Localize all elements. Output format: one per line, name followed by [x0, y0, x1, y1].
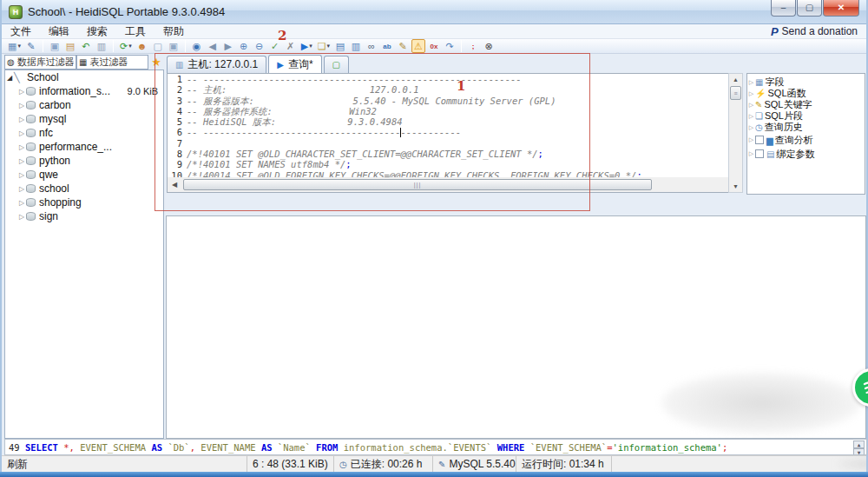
undo-icon[interactable]: ↶ [79, 39, 93, 53]
collapsed-arrow-icon[interactable]: ▷ [747, 90, 755, 97]
insert-record-icon[interactable]: ⊕ [237, 39, 251, 53]
dropdown-arrow-icon[interactable]: ▾ [309, 43, 312, 50]
helper-item[interactable]: ▷▤绑定参数 [747, 147, 865, 161]
tree-root-session[interactable]: ◢╲School [5, 70, 163, 84]
hex-toggle-icon[interactable]: 0x [427, 39, 441, 53]
menu-tools[interactable]: 工具 [116, 24, 155, 39]
close-button[interactable]: ✕ [823, 0, 859, 17]
minimize-button[interactable]: – [771, 0, 796, 17]
tree-item-database[interactable]: ▷sign [5, 209, 163, 223]
tree-item-database[interactable]: ▷mysql [5, 112, 163, 126]
tree-item-database[interactable]: ▷school [5, 182, 163, 195]
editor-vscrollbar[interactable]: ▲ ≡ ▼ [728, 73, 743, 193]
reload-icon[interactable]: ↷ [443, 39, 457, 53]
collapsed-arrow-icon[interactable]: ▷ [17, 88, 26, 96]
collapsed-arrow-icon[interactable]: ▷ [17, 143, 26, 151]
menu-edit[interactable]: 编辑 [40, 24, 78, 39]
hscroll-thumb[interactable]: ||| [183, 179, 652, 190]
checkbox[interactable] [755, 149, 764, 158]
tree-item-database[interactable]: ▷information_s...9.0 KiB [5, 84, 163, 98]
editor-line: 3-- 服务器版本: 5.5.40 - MySQL Community Serv… [168, 96, 741, 106]
collapsed-arrow-icon[interactable]: ▷ [17, 213, 26, 221]
editor-hscrollbar[interactable]: ◀ ||| ▶ [168, 177, 741, 192]
table-filter-icon: ▦ [79, 57, 87, 67]
scroll-up-icon[interactable]: ▲ [729, 74, 742, 85]
tree-item-database[interactable]: ▷carbon [5, 98, 163, 112]
spinner-up-icon[interactable]: ▲ [853, 441, 865, 448]
snippet-icon[interactable]: ❏▾ [316, 39, 332, 53]
new-file-icon[interactable]: ▢ [151, 39, 165, 53]
last-record-icon[interactable]: ▶ [221, 39, 235, 53]
find-icon[interactable]: ∞ [365, 39, 378, 53]
vscroll-thumb[interactable]: ≡ [730, 86, 741, 100]
tab-host[interactable]: ▥主机: 127.0.0.1 [167, 56, 266, 73]
helper-item[interactable]: ▷▦字段 [747, 76, 865, 88]
copy-icon[interactable]: ▣ [48, 39, 62, 53]
helper-item[interactable]: ▷▆查询分析 [747, 133, 865, 147]
warning-toggle-icon[interactable]: ⚠ [411, 39, 425, 53]
save-as-icon[interactable]: ▥ [349, 39, 363, 53]
collapsed-arrow-icon[interactable]: ▷ [17, 129, 26, 137]
sql-editor[interactable]: 1-- ------------------------------------… [167, 73, 742, 193]
expanded-arrow-icon[interactable]: ◢ [5, 74, 14, 82]
collapsed-arrow-icon[interactable]: ▷ [17, 171, 26, 179]
favorites-star-icon[interactable]: ★ [148, 55, 164, 70]
tree-item-database[interactable]: ▷nfc [5, 126, 163, 140]
line-text: -- -------------------------------------… [187, 127, 461, 137]
run-query-icon[interactable]: ▶▾ [299, 39, 314, 53]
tab-new-query[interactable]: ▢ [324, 56, 349, 73]
tab-query[interactable]: ▶查询* [268, 55, 321, 73]
edit-clear-icon[interactable]: ✎ [396, 39, 410, 53]
print-icon[interactable]: ▥ [95, 39, 108, 53]
tree-item-database[interactable]: ▷python [5, 154, 163, 168]
replace-icon[interactable]: ab [380, 39, 394, 53]
checkbox[interactable] [755, 136, 764, 144]
collapsed-arrow-icon[interactable]: ▷ [17, 116, 26, 123]
refresh-icon[interactable]: ⟳▾ [118, 39, 134, 53]
save-icon[interactable]: ▤ [333, 39, 347, 53]
tab-new-query-icon: ▢ [332, 60, 340, 70]
menu-file[interactable]: 文件 [2, 24, 40, 39]
help-icon[interactable]: ◉ [190, 39, 204, 53]
menu-search[interactable]: 搜索 [78, 24, 116, 39]
find-icon-glyph: ∞ [368, 40, 375, 52]
collapsed-arrow-icon[interactable]: ▷ [747, 113, 755, 120]
menu-help[interactable]: 帮助 [155, 24, 193, 39]
dropdown-arrow-icon[interactable]: ▾ [128, 43, 132, 50]
spinner-down-icon[interactable]: ▼ [853, 448, 865, 455]
collapsed-arrow-icon[interactable]: ▷ [747, 79, 755, 86]
helper-item[interactable]: ▷◷查询历史 [747, 122, 865, 133]
dropdown-arrow-icon[interactable]: ▾ [327, 43, 331, 50]
scroll-left-icon[interactable]: ◀ [168, 178, 181, 191]
stop-icon[interactable]: ⊗ [482, 39, 496, 53]
collapsed-arrow-icon[interactable]: ▷ [17, 157, 26, 165]
collapsed-arrow-icon[interactable]: ▷ [17, 199, 26, 207]
paste-icon[interactable]: ▤ [63, 39, 77, 53]
maximize-button[interactable]: ▢ [797, 0, 822, 17]
collapsed-arrow-icon[interactable]: ▷ [747, 150, 755, 157]
delimiter-icon[interactable]: ; [466, 39, 480, 53]
collapsed-arrow-icon[interactable]: ▷ [747, 124, 755, 131]
open-file-icon[interactable]: ▣ [167, 39, 181, 53]
tree-item-database[interactable]: ▷shopping [5, 195, 163, 209]
collapsed-arrow-icon[interactable]: ▷ [747, 102, 755, 109]
print-icon-glyph: ▥ [97, 40, 106, 52]
collapsed-arrow-icon[interactable]: ▷ [17, 185, 26, 193]
delete-record-icon[interactable]: ⊖ [253, 39, 266, 53]
user-manager-icon[interactable]: ☻ [135, 39, 149, 53]
tree-item-database[interactable]: ▷performance_... [5, 140, 163, 154]
tree-item-database[interactable]: ▷qwe [5, 168, 163, 182]
collapsed-arrow-icon[interactable]: ▷ [747, 136, 755, 143]
dropdown-arrow-icon[interactable]: ▾ [17, 43, 21, 50]
database-filter-input[interactable]: ◍ 数据库过滤器 [4, 55, 76, 70]
table-filter-input[interactable]: ▦ 表过滤器 [76, 55, 148, 70]
helper-icon: ✎ [755, 100, 762, 109]
log-scroll-spinner[interactable]: ▲ ▼ [853, 441, 865, 454]
donation-link[interactable]: P Send a donation [771, 24, 858, 39]
collapsed-arrow-icon[interactable]: ▷ [17, 102, 26, 109]
tree-root-label: School [27, 71, 59, 83]
first-record-icon[interactable]: ◀ [206, 39, 220, 53]
scroll-down-icon[interactable]: ▼ [729, 181, 742, 192]
session-manager-icon[interactable]: ▦▾ [6, 39, 23, 53]
new-session-icon[interactable]: ✎ [24, 39, 38, 53]
